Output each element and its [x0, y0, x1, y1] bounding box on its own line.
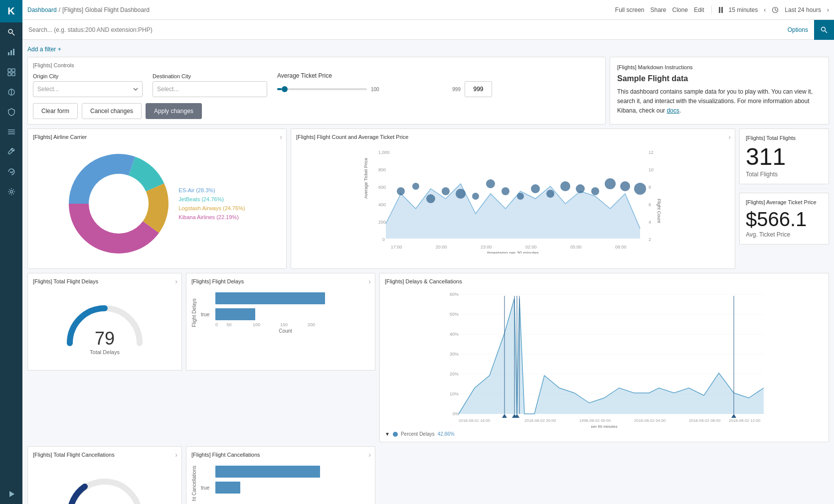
svg-rect-4 — [13, 49, 14, 55]
delays-cancellations-panel: [Flights] Delays & Cancellations 60% 50%… — [379, 273, 829, 442]
svg-point-38 — [412, 183, 419, 190]
cancellations-bar1-row — [201, 466, 370, 478]
flight-cancellations-title: [Flights] Flight Cancellations — [191, 452, 370, 458]
origin-city-select[interactable]: Select... — [33, 81, 143, 97]
svg-point-48 — [560, 181, 570, 191]
svg-rect-7 — [8, 73, 11, 76]
slider-track[interactable] — [277, 88, 367, 90]
cancellations-gauge-container: 35 — [33, 462, 176, 504]
divider — [711, 6, 712, 14]
filter-bar: Add a filter + — [27, 44, 829, 57]
price-range-field: Average Ticket Price 100 999 — [277, 72, 492, 97]
svg-text:4: 4 — [649, 220, 651, 225]
breadcrumb: Dashboard / [Flights] Global Flight Dash… — [27, 6, 150, 13]
flight-cancellations-panel: [Flights] Flight Cancellations › ht Canc… — [186, 446, 375, 504]
svg-point-46 — [531, 184, 540, 193]
controls-row: Origin City Select... Destination City S… — [33, 72, 600, 97]
sidebar-item-tools[interactable] — [0, 142, 22, 162]
apply-changes-button[interactable]: Apply changes — [146, 103, 202, 119]
svg-text:05:00: 05:00 — [570, 245, 582, 250]
sidebar-item-play[interactable] — [0, 484, 22, 504]
svg-point-41 — [456, 189, 466, 199]
svg-marker-91 — [731, 414, 736, 418]
svg-point-44 — [501, 187, 509, 195]
svg-text:8: 8 — [649, 185, 651, 190]
interval-selector[interactable]: 15 minutes — [729, 6, 758, 13]
sidebar-item-monitoring[interactable] — [0, 162, 22, 182]
options-link[interactable]: Options — [782, 26, 814, 33]
avg-ticket-value: $566.1 — [746, 209, 823, 229]
cancellations-value: 35 — [95, 502, 115, 504]
svg-text:2018-08-02 12:00: 2018-08-02 12:00 — [729, 418, 761, 423]
next-btn[interactable]: › — [827, 6, 829, 13]
svg-point-40 — [442, 187, 450, 195]
svg-text:timestamp per 30 minutes: timestamp per 30 minutes — [487, 251, 539, 253]
prev-btn[interactable]: ‹ — [764, 6, 766, 13]
svg-text:2018-08-02 20:00: 2018-08-02 20:00 — [524, 418, 556, 423]
sidebar-item-security[interactable] — [0, 102, 22, 122]
svg-marker-36 — [386, 184, 640, 239]
flight-count-panel: [Flights] Flight Count and Average Ticke… — [291, 128, 735, 269]
breadcrumb-root[interactable]: Dashboard — [27, 6, 57, 13]
controls-markdown-row: [Flights] Controls Origin City Select...… — [27, 57, 829, 125]
add-filter-btn[interactable]: Add a filter + — [27, 46, 829, 53]
markdown-title: [Flights] Markdown Instructions — [617, 64, 822, 70]
svg-text:2018-08-01 16:00: 2018-08-01 16:00 — [459, 418, 491, 423]
bar-axis: 0 50 100 150 200 — [201, 322, 370, 327]
svg-point-0 — [8, 29, 12, 33]
sidebar-item-dashboard[interactable] — [0, 62, 22, 82]
gauge-label: Total Delays — [90, 349, 120, 355]
slider-thumb-min[interactable] — [282, 86, 288, 92]
controls-buttons: Clear form Cancel changes Apply changes — [33, 103, 600, 119]
svg-text:200: 200 — [378, 220, 386, 225]
svg-text:40%: 40% — [450, 332, 459, 337]
sidebar-logo[interactable]: K — [0, 0, 22, 22]
fullscreen-btn[interactable]: Full screen — [615, 6, 645, 13]
search-input[interactable] — [22, 20, 782, 39]
price-max-input[interactable] — [465, 81, 492, 97]
edit-btn[interactable]: Edit — [694, 6, 704, 13]
delays-legend-label: Percent Delays — [401, 431, 435, 437]
svg-rect-5 — [8, 69, 11, 72]
panel-gear6-icon[interactable]: › — [368, 451, 371, 459]
clear-form-button[interactable]: Clear form — [33, 103, 78, 119]
sidebar-item-visualize[interactable] — [0, 42, 22, 62]
donut-legend: ES-Air (28.3%) JetBeats (24.76%) Logstas… — [178, 187, 245, 220]
cancel-changes-button[interactable]: Cancel changes — [82, 103, 142, 119]
markdown-panel: [Flights] Markdown Instructions Sample F… — [610, 57, 829, 125]
legend-esair: ES-Air (28.3%) — [178, 187, 245, 193]
panel-gear4-icon[interactable]: › — [368, 277, 371, 285]
row2: [Flights] Total Flight Delays › 79 Total… — [27, 273, 829, 442]
flight-delays-bar1-row — [201, 292, 370, 304]
price-label: Average Ticket Price — [277, 72, 492, 79]
svg-point-52 — [620, 181, 630, 191]
panel-gear-icon[interactable]: › — [280, 133, 282, 141]
dest-city-select[interactable]: Select... — [153, 81, 267, 97]
svg-point-50 — [591, 187, 599, 195]
svg-text:50%: 50% — [450, 312, 459, 317]
search-button[interactable] — [814, 20, 834, 40]
svg-text:0: 0 — [382, 237, 385, 242]
docs-link[interactable]: docs — [667, 107, 679, 114]
svg-point-51 — [605, 178, 616, 189]
sidebar-item-management[interactable] — [0, 122, 22, 142]
total-flights-panel: [Flights] Total Flights 311 Total Flight… — [739, 128, 829, 184]
time-range[interactable]: Last 24 hours — [785, 6, 821, 13]
svg-text:10: 10 — [649, 167, 654, 172]
chevron-down-icon — [133, 88, 138, 91]
delays-legend: ▼ Percent Delays 42.86% — [385, 431, 824, 437]
svg-text:Flight Count: Flight Count — [657, 199, 662, 223]
panel-gear3-icon[interactable]: › — [175, 277, 177, 285]
svg-text:1,000: 1,000 — [378, 150, 390, 155]
sidebar-item-discover[interactable] — [0, 22, 22, 42]
share-btn[interactable]: Share — [651, 6, 667, 13]
gauge-value: 79 — [90, 328, 120, 349]
sidebar: K — [0, 0, 22, 504]
panel-gear5-icon[interactable]: › — [175, 451, 177, 459]
svg-point-42 — [472, 193, 479, 200]
panel-gear2-icon[interactable]: › — [728, 133, 731, 141]
clone-btn[interactable]: Clone — [672, 6, 688, 13]
sidebar-item-settings[interactable] — [0, 182, 22, 202]
sidebar-item-devtools[interactable] — [0, 82, 22, 102]
svg-line-1 — [12, 33, 14, 36]
